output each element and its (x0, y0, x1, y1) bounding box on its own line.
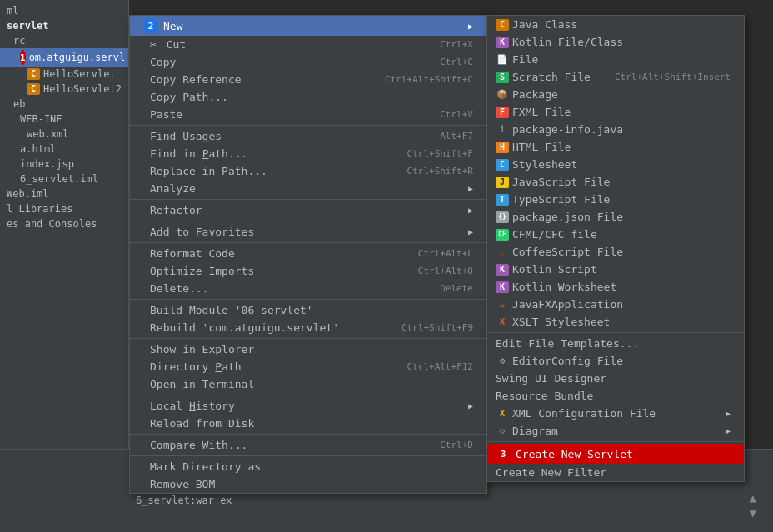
menu-item-local-history[interactable]: Local History (130, 397, 486, 415)
sidebar-item-helloservlet2[interactable]: C HelloServlet2 (0, 82, 128, 97)
sidebar-item-ahtml[interactable]: a.html (0, 142, 128, 157)
submenu-item-html[interactable]: H HTML File (487, 138, 744, 156)
sidebar-item-eb: eb (0, 97, 128, 112)
file-icon: 📄 (496, 54, 509, 66)
package-icon: 📦 (496, 89, 509, 101)
package-info-icon: i (496, 124, 509, 136)
submenu-item-typescript[interactable]: T TypeScript File (487, 191, 744, 208)
kotlin-script-icon: K (496, 264, 509, 276)
menu-item-directory-path[interactable]: Directory Path Ctrl+Alt+F12 (130, 358, 486, 375)
submenu-item-diagram[interactable]: ◇ Diagram (487, 422, 744, 440)
submenu-item-swing[interactable]: Swing UI Designer (487, 370, 744, 387)
sidebar-item-ml: ml (0, 3, 128, 18)
sidebar-item-package[interactable]: 1 om.atguigu.servl (0, 48, 128, 67)
separator-4 (130, 242, 486, 243)
sidebar-item-helloservlet[interactable]: C HelloServlet (0, 67, 128, 82)
badge-2: 2 (143, 18, 158, 33)
sidebar-item-webxml[interactable]: web.xml (0, 127, 128, 142)
separator-3 (130, 221, 486, 221)
separator-5 (130, 299, 486, 300)
sidebar-item-consoles[interactable]: es and Consoles (0, 216, 128, 231)
submenu-item-cfml[interactable]: CF CFML/CFC file (487, 226, 744, 243)
submenu-item-edit-templates[interactable]: Edit File Templates... (487, 335, 744, 352)
submenu-item-stylesheet[interactable]: C Stylesheet (487, 156, 744, 173)
menu-item-new[interactable]: 2 New ▶ (130, 16, 486, 36)
menu-item-paste[interactable]: Paste Ctrl+V (130, 106, 486, 123)
fxml-icon: F (496, 107, 509, 118)
editorconfig-icon: ⚙ (496, 355, 509, 367)
submenu-item-editorconfig[interactable]: ⚙ EditorConfig File (487, 352, 744, 370)
menu-item-open-terminal[interactable]: Open in Terminal (130, 375, 486, 393)
scissors-icon (150, 38, 157, 51)
xslt-icon: X (496, 316, 509, 328)
sidebar-item-libraries[interactable]: l Libraries (0, 201, 128, 216)
submenu-item-resource-bundle[interactable]: Resource Bundle (487, 387, 744, 405)
separator-2 (130, 199, 486, 200)
submenu-item-xml-config[interactable]: X XML Configuration File (487, 405, 744, 422)
java-class-icon: C (496, 19, 509, 31)
menu-item-reformat[interactable]: Reformat Code Ctrl+Alt+L (130, 245, 486, 262)
menu-item-analyze[interactable]: Analyze (130, 180, 486, 197)
sidebar-item-webinf[interactable]: WEB-INF (0, 112, 128, 127)
diagram-icon: ◇ (496, 425, 509, 437)
menu-item-refactor[interactable]: Refactor (130, 201, 486, 219)
menu-item-replace-in-path[interactable]: Replace in Path... Ctrl+Shift+R (130, 162, 486, 180)
scratch-icon: S (496, 72, 509, 83)
scroll-arrows: ▲ ▼ (750, 491, 756, 520)
menu-item-delete[interactable]: Delete... Delete (130, 280, 486, 297)
submenu-item-kotlin-worksheet[interactable]: K Kotlin Worksheet (487, 278, 744, 296)
submenu-item-xslt[interactable]: X XSLT Stylesheet (487, 313, 744, 331)
sidebar-item-indexjsp[interactable]: index.jsp (0, 157, 128, 172)
js-icon: J (496, 177, 509, 188)
menu-item-add-favorites[interactable]: Add to Favorites (130, 223, 486, 241)
bottom-war: 6_servlet:war ex (129, 491, 239, 510)
menu-item-find-usages[interactable]: Find Usages Alt+F7 (130, 127, 486, 145)
menu-item-copy-reference[interactable]: Copy Reference Ctrl+Alt+Shift+C (130, 71, 486, 88)
separator-1 (130, 125, 486, 126)
submenu-item-fxml[interactable]: F FXML File (487, 103, 744, 121)
submenu-item-java-class[interactable]: C Java Class (487, 16, 744, 33)
submenu-item-package-json[interactable]: {} package.json File (487, 208, 744, 226)
submenu-new: C Java Class K Kotlin File/Class 📄 File … (486, 15, 745, 482)
submenu-item-coffeescript[interactable]: ☕ CoffeeScript File (487, 243, 744, 261)
menu-item-optimize-imports[interactable]: Optimize Imports Ctrl+Alt+O (130, 262, 486, 280)
new-arrow-icon: ▶ (468, 22, 473, 31)
submenu-separator-2 (487, 441, 744, 442)
java-class-icon: C (27, 68, 40, 80)
menu-item-copy[interactable]: Copy Ctrl+C (130, 53, 486, 71)
separator-9 (130, 455, 486, 456)
submenu-item-package-info[interactable]: i package-info.java (487, 121, 744, 138)
submenu-item-kotlin-script[interactable]: K Kotlin Script (487, 261, 744, 278)
menu-item-compare-with[interactable]: Compare With... Ctrl+D (130, 436, 486, 454)
submenu-item-file[interactable]: 📄 File (487, 51, 744, 68)
arrow-up-icon[interactable]: ▲ (750, 491, 756, 505)
coffee-icon: ☕ (496, 246, 509, 258)
badge-3: 3 (496, 446, 511, 461)
sidebar-item-servlet: servlet (0, 18, 128, 33)
menu-item-show-explorer[interactable]: Show in Explorer (130, 341, 486, 358)
menu-item-find-in-path[interactable]: Find in Path... Ctrl+Shift+F (130, 145, 486, 162)
submenu-item-scratch-file[interactable]: S Scratch File Ctrl+Alt+Shift+Insert (487, 68, 744, 86)
menu-item-mark-directory[interactable]: Mark Directory as (130, 458, 486, 475)
menu-item-build-module[interactable]: Build Module '06_servlet' (130, 301, 486, 319)
menu-item-reload[interactable]: Reload from Disk (130, 415, 486, 432)
badge-1: 1 (20, 50, 26, 65)
html-icon: H (496, 142, 509, 153)
arrow-down-icon[interactable]: ▼ (750, 506, 756, 520)
json-icon: {} (496, 211, 509, 223)
menu-item-cut[interactable]: Cut Ctrl+X (130, 36, 486, 53)
css-icon: C (496, 159, 509, 171)
menu-item-copy-path[interactable]: Copy Path... (130, 88, 486, 106)
sidebar-item-rc: rc (0, 33, 128, 48)
submenu-item-package[interactable]: 📦 Package (487, 86, 744, 103)
submenu-item-javafx[interactable]: ☕ JavaFXApplication (487, 296, 744, 313)
menu-item-remove-bom[interactable]: Remove BOM (130, 475, 486, 493)
sidebar-item-iml[interactable]: 6_servlet.iml (0, 172, 128, 186)
sidebar-item-webiml[interactable]: Web.iml (0, 186, 128, 201)
submenu-item-create-servlet[interactable]: 3 Create New Servlet (487, 444, 744, 464)
menu-item-rebuild[interactable]: Rebuild 'com.atguigu.servlet' Ctrl+Shift… (130, 319, 486, 336)
submenu-item-kotlin-file[interactable]: K Kotlin File/Class (487, 33, 744, 51)
ts-icon: T (496, 194, 509, 206)
submenu-item-create-filter[interactable]: Create New Filter (487, 464, 744, 481)
submenu-item-javascript[interactable]: J JavaScript File (487, 173, 744, 191)
